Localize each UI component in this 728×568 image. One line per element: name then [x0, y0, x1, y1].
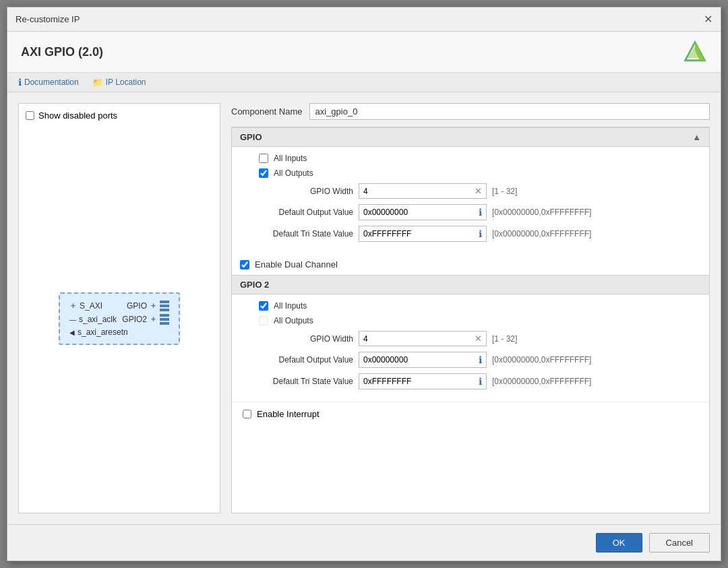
- saxi-label: S_AXI: [80, 301, 102, 311]
- show-disabled-row: Show disabled ports: [26, 111, 117, 121]
- enable-dual-label[interactable]: Enable Dual Channel: [255, 259, 338, 270]
- default-tri-label: Default Tri State Value: [245, 229, 353, 239]
- gpio-port-right: GPIO +: [127, 301, 169, 311]
- gpio2-connector: [160, 314, 169, 325]
- gpio2-default-output-row: Default Output Value ℹ [0x00000000,0xFFF…: [245, 352, 696, 368]
- all-outputs-label[interactable]: All Outputs: [274, 168, 313, 178]
- aclk-label: s_axi_aclk: [79, 315, 117, 324]
- ip-row-aclk: — s_axi_aclk GPIO2 +: [69, 314, 169, 325]
- close-button[interactable]: ✕: [704, 14, 712, 25]
- show-disabled-checkbox[interactable]: [26, 111, 34, 120]
- gpio2-all-inputs-row: All Inputs: [245, 301, 696, 311]
- info-icon: ℹ: [18, 77, 22, 88]
- gpio-width-clear[interactable]: ✕: [475, 186, 482, 196]
- nav-bar: ℹ Documentation 📁 IP Location: [7, 73, 721, 92]
- gpio2-default-output-label: Default Output Value: [245, 355, 353, 365]
- default-output-row: Default Output Value ℹ [0x00000000,0xFFF…: [245, 204, 696, 220]
- all-outputs-checkbox[interactable]: [259, 168, 268, 178]
- gpio2-section-header: GPIO 2: [232, 275, 709, 294]
- gpio2-width-clear[interactable]: ✕: [475, 334, 482, 344]
- gpio-width-range: [1 - 32]: [492, 187, 517, 196]
- gpio-width-input-box: ✕: [359, 183, 487, 199]
- documentation-label: Documentation: [24, 77, 79, 87]
- app-logo: [683, 40, 707, 64]
- ip-row-aresetn: ◀ s_axi_aresetn: [69, 327, 169, 337]
- gpio2-all-inputs-label[interactable]: All Inputs: [274, 301, 307, 311]
- default-tri-range: [0x00000000,0xFFFFFFFF]: [492, 229, 591, 239]
- gpio2-default-tri-label: Default Tri State Value: [245, 377, 353, 386]
- header-section: AXI GPIO (2.0): [7, 32, 721, 73]
- main-content: Show disabled ports + S_AXI GPIO +: [7, 92, 721, 524]
- gpio-width-input[interactable]: [363, 187, 475, 196]
- default-output-info[interactable]: ℹ: [479, 207, 482, 218]
- gpio2-width-row: GPIO Width ✕ [1 - 32]: [245, 331, 696, 346]
- bar2: [160, 305, 169, 307]
- gpio2-section-title: GPIO 2: [240, 280, 269, 290]
- gpio-width-label: GPIO Width: [245, 187, 353, 196]
- aclk-port: — s_axi_aclk: [69, 315, 117, 324]
- title-bar: Re-customize IP ✕: [7, 7, 721, 32]
- plus-gpio: +: [151, 301, 156, 311]
- plus-gpio2: +: [151, 315, 156, 324]
- all-inputs-checkbox[interactable]: [259, 154, 268, 163]
- arrow-aresetn: ◀: [69, 329, 75, 336]
- gpio2-default-tri-input[interactable]: [363, 377, 479, 386]
- ip-location-link[interactable]: 📁 IP Location: [92, 77, 146, 88]
- location-icon: 📁: [92, 77, 103, 88]
- documentation-link[interactable]: ℹ Documentation: [18, 77, 79, 88]
- gpio2-default-output-input-box: ℹ: [359, 352, 487, 368]
- gpio2-default-output-range: [0x00000000,0xFFFFFFFF]: [492, 355, 591, 365]
- ip-row-saxi: + S_AXI GPIO +: [69, 301, 169, 311]
- all-inputs-row: All Inputs: [245, 154, 696, 163]
- arrow-aclk: —: [69, 316, 76, 323]
- default-tri-info[interactable]: ℹ: [479, 228, 482, 239]
- gpio2-default-tri-info[interactable]: ℹ: [479, 376, 482, 387]
- gpio2-default-tri-range: [0x00000000,0xFFFFFFFF]: [492, 377, 591, 386]
- dialog-title: Re-customize IP: [16, 14, 80, 24]
- gpio-connector: [160, 301, 169, 311]
- enable-dual-checkbox[interactable]: [240, 260, 249, 270]
- main-dialog: Re-customize IP ✕ AXI GPIO (2.0) ℹ Docum…: [7, 7, 721, 561]
- ip-location-label: IP Location: [106, 77, 146, 87]
- bottom-bar: OK Cancel: [7, 524, 721, 561]
- gpio-section-title: GPIO: [240, 132, 262, 142]
- component-name-input[interactable]: [309, 103, 710, 120]
- ok-button[interactable]: OK: [596, 533, 642, 553]
- enable-dual-row: Enable Dual Channel: [232, 254, 709, 275]
- gpio2-all-inputs-checkbox[interactable]: [259, 301, 268, 311]
- default-tri-input[interactable]: [363, 229, 479, 239]
- gpio-label: GPIO: [127, 301, 147, 311]
- enable-interrupt-label[interactable]: Enable Interrupt: [257, 409, 320, 419]
- collapse-icon: ▲: [692, 132, 701, 142]
- ip-diagram: + S_AXI GPIO +: [26, 131, 213, 506]
- saxi-port: + S_AXI: [69, 301, 102, 311]
- gpio2-default-output-input[interactable]: [363, 355, 479, 365]
- enable-interrupt-checkbox[interactable]: [243, 410, 251, 418]
- cancel-button[interactable]: Cancel: [649, 533, 710, 553]
- config-scroll[interactable]: GPIO ▲ All Inputs All Outputs: [232, 127, 709, 513]
- gpio-section-content: All Inputs All Outputs GPIO Width: [232, 147, 709, 254]
- enable-interrupt-row: Enable Interrupt: [232, 402, 709, 426]
- default-output-label: Default Output Value: [245, 208, 353, 217]
- bar6: [160, 322, 169, 325]
- gpio2-all-outputs-checkbox[interactable]: [259, 316, 268, 325]
- aresetn-port: ◀ s_axi_aresetn: [69, 327, 128, 337]
- gpio2-all-outputs-label: All Outputs: [274, 316, 313, 325]
- app-title: AXI GPIO (2.0): [21, 45, 103, 59]
- default-tri-input-box: ℹ: [359, 226, 487, 242]
- component-name-label: Component Name: [231, 106, 303, 117]
- default-output-input-box: ℹ: [359, 204, 487, 220]
- bar3: [160, 309, 169, 311]
- all-inputs-label[interactable]: All Inputs: [274, 154, 307, 163]
- gpio2-port-right: GPIO2 +: [122, 314, 169, 325]
- gpio2-default-output-info[interactable]: ℹ: [479, 354, 482, 365]
- bar1: [160, 301, 169, 303]
- show-disabled-label[interactable]: Show disabled ports: [38, 111, 117, 121]
- default-output-input[interactable]: [363, 208, 479, 217]
- aresetn-label: s_axi_aresetn: [78, 327, 128, 337]
- gpio2-label: GPIO2: [122, 315, 147, 324]
- gpio2-width-input[interactable]: [363, 334, 475, 344]
- default-tri-row: Default Tri State Value ℹ [0x00000000,0x…: [245, 226, 696, 242]
- all-outputs-row: All Outputs: [245, 168, 696, 178]
- gpio2-width-label: GPIO Width: [245, 334, 353, 344]
